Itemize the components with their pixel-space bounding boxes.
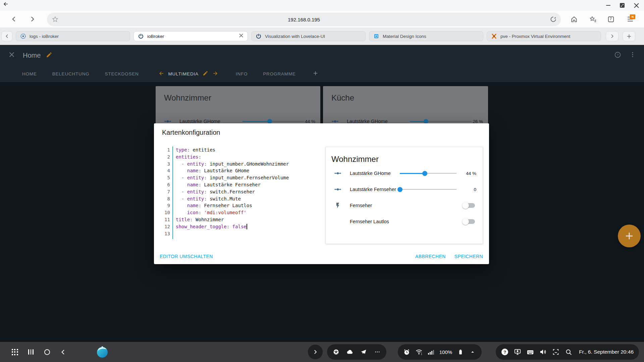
browser-tab-proxmox[interactable]: pve - Proxmox Virtual Environment bbox=[487, 31, 601, 41]
tab-programme[interactable]: PROGRAMME bbox=[263, 71, 296, 76]
tab-close-icon[interactable] bbox=[239, 33, 244, 39]
line-number: 6 bbox=[161, 181, 170, 188]
yaml-editor[interactable]: 12345678910111213 type: entitiesentities… bbox=[161, 146, 321, 239]
clock[interactable]: Fr., 6. September 20:46 bbox=[579, 349, 634, 355]
code-line[interactable]: name: Lautstärke Fernseher bbox=[176, 181, 321, 188]
code-line[interactable]: type: entities bbox=[176, 146, 321, 154]
favorites-icon[interactable] bbox=[588, 15, 597, 23]
volume-icon[interactable] bbox=[539, 348, 547, 356]
code-line[interactable]: - entity: switch.Mute bbox=[176, 195, 321, 202]
code-line[interactable]: name: Fernseher Lautlos bbox=[176, 202, 321, 209]
code-line[interactable]: - entity: input_number.GHomeWohnzimmer bbox=[176, 161, 321, 168]
iobroker-favicon bbox=[20, 33, 26, 39]
system-tray-group: ? Fr., 6. September 20:46 bbox=[496, 344, 639, 360]
volume-slider[interactable] bbox=[400, 186, 457, 193]
move-view-left-icon[interactable] bbox=[158, 70, 164, 78]
code-line[interactable] bbox=[176, 230, 321, 237]
line-number: 3 bbox=[161, 161, 170, 168]
screenshot-icon[interactable] bbox=[552, 348, 559, 356]
code-line[interactable]: show_header_toggle: false bbox=[176, 223, 321, 230]
home-icon[interactable] bbox=[570, 15, 578, 23]
reload-icon[interactable] bbox=[550, 16, 557, 24]
tab-strip: logs - ioBroker ioBroker Visualization w… bbox=[0, 27, 644, 45]
restore-button[interactable] bbox=[619, 2, 625, 8]
search-icon[interactable] bbox=[565, 348, 572, 356]
tab-steckdosen[interactable]: STECKDOSEN bbox=[105, 71, 139, 76]
toggle-switch[interactable] bbox=[463, 203, 475, 208]
entity-name: Fernseher bbox=[350, 203, 400, 208]
browser-tab-iobroker-active[interactable]: ioBroker bbox=[133, 31, 248, 41]
tab-beleuchtung[interactable]: BELEUCHTUNG bbox=[52, 71, 90, 76]
battery-icon bbox=[457, 348, 464, 356]
volume-slider[interactable] bbox=[400, 170, 457, 177]
power-favicon bbox=[256, 33, 262, 39]
browser-tab-lovelace[interactable]: Visualization with Lovelace-UI bbox=[251, 31, 366, 41]
tab-home[interactable]: HOME bbox=[22, 71, 37, 76]
tab-title: logs - ioBroker bbox=[30, 34, 126, 39]
dialog-actions: EDITOR UMSCHALTEN ABBRECHEN SPEICHERN bbox=[160, 254, 483, 259]
browser-forward-icon[interactable] bbox=[28, 15, 36, 23]
add-card-fab[interactable] bbox=[618, 225, 641, 247]
code-line[interactable]: - entity: input_number.FernseherVolume bbox=[176, 174, 321, 181]
help-icon[interactable]: ? bbox=[614, 51, 621, 60]
line-number: 7 bbox=[161, 188, 170, 195]
minimize-button[interactable] bbox=[605, 2, 611, 8]
toggle-switch[interactable] bbox=[463, 219, 475, 224]
preview-entity-row: Lautstärke GHome44 % bbox=[326, 165, 483, 181]
telegram-icon[interactable] bbox=[360, 348, 367, 356]
window-back-arrow-icon[interactable] bbox=[3, 1, 9, 8]
yaml-code[interactable]: type: entitiesentities: - entity: input_… bbox=[173, 146, 321, 239]
tabs-scroll-left-button[interactable] bbox=[1, 31, 12, 41]
remote-desktop-icon[interactable] bbox=[514, 348, 521, 356]
ball-icon[interactable] bbox=[332, 348, 340, 356]
url-text[interactable]: 192.168.0.195 bbox=[47, 17, 561, 22]
tabs-scroll-right-button[interactable] bbox=[606, 31, 619, 41]
code-line[interactable]: entities: bbox=[176, 154, 321, 161]
bookmark-star-icon[interactable] bbox=[52, 16, 59, 24]
tab-title: pve - Proxmox Virtual Environment bbox=[500, 34, 597, 39]
entity-name: Fernseher Lautlos bbox=[350, 219, 400, 224]
proxmox-favicon bbox=[491, 33, 497, 39]
browser-back-icon[interactable] bbox=[10, 15, 18, 23]
status-icons-group[interactable]: 100% bbox=[398, 344, 482, 360]
browser-tab-mdi[interactable]: Material Design Icons bbox=[369, 31, 483, 41]
new-tab-button[interactable] bbox=[623, 31, 635, 41]
browser-tab-logs-iobroker[interactable]: logs - ioBroker bbox=[16, 31, 130, 41]
cloud-icon[interactable] bbox=[346, 348, 354, 356]
tab-multimedia[interactable]: MULTIMEDIA bbox=[168, 71, 199, 76]
kebab-menu-icon[interactable] bbox=[629, 51, 636, 59]
signal-icon bbox=[427, 348, 435, 356]
keyboard-icon[interactable] bbox=[527, 348, 534, 356]
code-line[interactable]: - entity: switch.Fernseher bbox=[176, 188, 321, 195]
code-line[interactable]: title: Wohnzimmer bbox=[176, 216, 321, 223]
code-line[interactable]: icon: 'mdi:volumeoff' bbox=[176, 209, 321, 216]
save-button[interactable]: SPEICHERN bbox=[454, 254, 483, 259]
help-tray-icon[interactable]: ? bbox=[501, 348, 508, 356]
tab-info[interactable]: INFO bbox=[236, 71, 248, 76]
cancel-button[interactable]: ABBRECHEN bbox=[415, 254, 446, 259]
browser-app-icon[interactable] bbox=[96, 346, 109, 358]
expand-taskbar-icon[interactable] bbox=[308, 345, 323, 359]
apps-grid-icon[interactable] bbox=[11, 349, 18, 355]
taskbar: 100% ? bbox=[0, 342, 644, 362]
browser-menu-icon[interactable]: N bbox=[626, 15, 635, 23]
home-nav-icon[interactable] bbox=[44, 349, 50, 355]
alarm-icon bbox=[403, 348, 411, 356]
toggle-editor-button[interactable]: EDITOR UMSCHALTEN bbox=[160, 254, 213, 259]
move-view-right-icon[interactable] bbox=[212, 70, 218, 78]
recents-icon[interactable] bbox=[28, 349, 34, 355]
edit-view-pencil-icon[interactable] bbox=[203, 70, 208, 77]
line-number: 11 bbox=[161, 216, 170, 223]
edit-title-pencil-icon[interactable] bbox=[46, 52, 52, 59]
more-notifications-icon[interactable] bbox=[374, 348, 381, 356]
tabs-overview-icon[interactable]: 7 bbox=[606, 15, 615, 23]
line-number: 5 bbox=[161, 174, 170, 181]
back-nav-icon[interactable] bbox=[60, 349, 66, 355]
address-bar[interactable]: 192.168.0.195 bbox=[47, 13, 561, 26]
add-view-icon[interactable] bbox=[313, 70, 318, 78]
close-edit-icon[interactable] bbox=[8, 51, 15, 60]
expand-up-icon[interactable] bbox=[469, 348, 476, 356]
close-window-button[interactable] bbox=[633, 2, 639, 8]
preview-entity-row: Fernseher bbox=[326, 197, 483, 214]
code-line[interactable]: name: Lautstärke GHome bbox=[176, 167, 321, 174]
